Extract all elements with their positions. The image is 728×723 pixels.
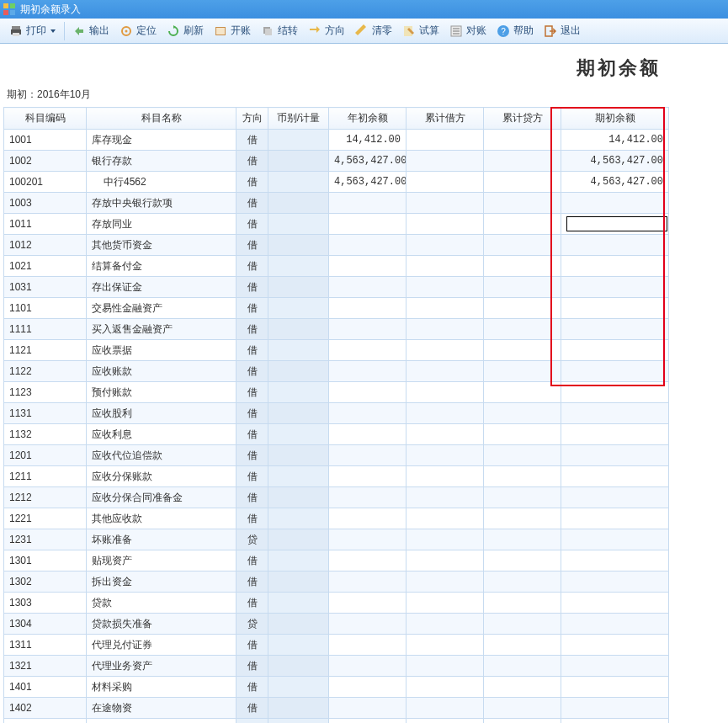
cell-cumcr[interactable] [484,319,561,340]
cell-init[interactable] [561,235,669,256]
cell-init[interactable]: 4,563,427.00 [561,151,669,172]
cell-init[interactable] [561,361,669,382]
cell-cumcr[interactable] [484,172,561,193]
cell-cumcr[interactable] [484,719,561,724]
cell-code[interactable]: 1211 [4,466,87,487]
open-account-button[interactable]: 开账 [210,21,255,41]
table-row[interactable]: 1211应收分保账款借 [4,466,669,487]
cell-cumdr[interactable] [407,256,484,277]
cell-curr[interactable] [268,614,329,635]
cell-name[interactable]: 代理业务资产 [87,656,236,677]
cell-init[interactable] [561,424,669,445]
cell-code[interactable]: 1132 [4,424,87,445]
cell-dir[interactable]: 借 [236,466,268,487]
cell-dir[interactable]: 借 [236,256,268,277]
cell-name[interactable]: 银行存款 [87,151,236,172]
table-row[interactable]: 100201中行4562借4,563,427.004,563,427.00 [4,172,669,193]
cell-code[interactable]: 1003 [4,193,87,214]
cell-cumcr[interactable] [484,698,561,719]
cell-curr[interactable] [268,635,329,656]
cell-name[interactable]: 拆出资金 [87,571,236,593]
cell-init[interactable] [561,487,669,508]
cell-dir[interactable]: 借 [236,235,268,256]
cell-name[interactable]: 原材料 [87,719,236,724]
cell-name[interactable]: 结算备付金 [87,256,236,277]
cell-init[interactable] [561,698,669,719]
opening-balance-grid[interactable]: 科目编码 科目名称 方向 币别/计量 年初余额 累计借方 累计贷方 期初余额 1… [3,107,669,723]
cell-init[interactable] [561,719,669,724]
cell-cumcr[interactable] [484,529,561,550]
col-dir[interactable]: 方向 [236,108,268,130]
clear-button[interactable]: 清零 [351,21,396,41]
cell-name[interactable]: 应收代位追偿款 [87,445,236,466]
cell-begin[interactable] [329,656,407,677]
cell-curr[interactable] [268,487,329,508]
table-row[interactable]: 1131应收股利借 [4,403,669,424]
cell-code[interactable]: 1303 [4,593,87,614]
carryforward-button[interactable]: 结转 [257,21,302,41]
cell-init[interactable] [561,466,669,487]
cell-begin[interactable]: 14,412.00 [329,130,407,151]
cell-cumdr[interactable] [407,550,484,571]
cell-init[interactable] [561,593,669,614]
locate-button[interactable]: 定位 [115,21,161,41]
cell-name[interactable]: 坏账准备 [87,529,236,550]
cell-cumdr[interactable] [407,529,484,550]
table-row[interactable]: 1401材料采购借 [4,677,669,698]
cell-code[interactable]: 1301 [4,550,87,571]
cell-dir[interactable]: 借 [236,571,268,593]
col-cumdr[interactable]: 累计借方 [407,108,484,130]
cell-cumdr[interactable] [407,445,484,466]
cell-dir[interactable]: 借 [236,382,268,403]
cell-begin[interactable] [329,508,407,529]
table-row[interactable]: 1302拆出资金借 [4,571,669,593]
cell-cumdr[interactable] [407,319,484,340]
cell-cumcr[interactable] [484,403,561,424]
cell-curr[interactable] [268,656,329,677]
table-row[interactable]: 1231坏账准备贷 [4,529,669,550]
cell-cumcr[interactable] [484,130,561,151]
table-row[interactable]: 1031存出保证金借 [4,277,669,298]
table-row[interactable]: 1201应收代位追偿款借 [4,445,669,466]
cell-init[interactable] [561,193,669,214]
cell-cumdr[interactable] [407,466,484,487]
cell-dir[interactable]: 借 [236,635,268,656]
cell-dir[interactable]: 借 [236,340,268,361]
cell-cumcr[interactable] [484,235,561,256]
cell-begin[interactable] [329,298,407,319]
cell-code[interactable]: 1001 [4,130,87,151]
table-row[interactable]: 1011存放同业借 [4,214,669,235]
table-row[interactable]: 1121应收票据借 [4,340,669,361]
cell-curr[interactable] [268,466,329,487]
cell-name[interactable]: 应收票据 [87,340,236,361]
cell-cumcr[interactable] [484,656,561,677]
table-row[interactable]: 1321代理业务资产借 [4,656,669,677]
cell-code[interactable]: 1012 [4,235,87,256]
cell-dir[interactable]: 借 [236,677,268,698]
cell-name[interactable]: 买入返售金融资产 [87,319,236,340]
cell-init[interactable] [561,277,669,298]
cell-begin[interactable] [329,487,407,508]
cell-code[interactable]: 1011 [4,214,87,235]
cell-curr[interactable] [268,172,329,193]
direction-button[interactable]: 方向 [304,21,349,41]
help-button[interactable]: ? 帮助 [492,21,538,41]
table-row[interactable]: 1001库存现金借14,412.0014,412.00 [4,130,669,151]
cell-cumcr[interactable] [484,151,561,172]
cell-init[interactable] [561,382,669,403]
cell-code[interactable]: 1021 [4,256,87,277]
cell-name[interactable]: 交易性金融资产 [87,298,236,319]
cell-code[interactable]: 1212 [4,487,87,508]
table-row[interactable]: 1221其他应收款借 [4,508,669,529]
cell-cumdr[interactable] [407,193,484,214]
cell-curr[interactable] [268,571,329,593]
output-button[interactable]: 输出 [68,21,114,41]
col-code[interactable]: 科目编码 [4,108,87,130]
cell-curr[interactable] [268,256,329,277]
cell-code[interactable]: 1031 [4,277,87,298]
cell-init[interactable] [561,635,669,656]
cell-cumcr[interactable] [484,424,561,445]
cell-begin[interactable] [329,277,407,298]
cell-curr[interactable] [268,719,329,724]
table-row[interactable]: 1132应收利息借 [4,424,669,445]
